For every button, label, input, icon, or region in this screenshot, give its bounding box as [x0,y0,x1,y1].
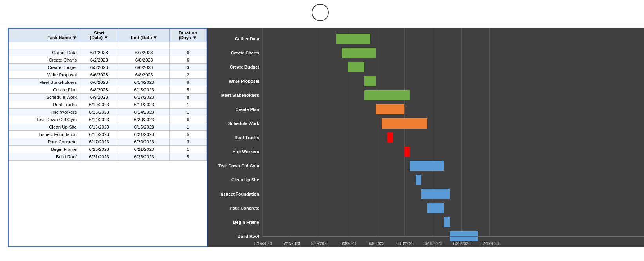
task-end: 6/11/2023 [119,101,169,109]
gantt-bar [376,104,404,114]
chart-row-label: Write Proposal [207,74,262,88]
table-row: Pour Concrete 6/17/2023 6/20/2023 3 [9,138,207,146]
table-row: Create Budget 6/3/2023 6/6/2023 3 [9,64,207,71]
task-name: Clean Up Site [9,123,79,131]
task-duration: 1 [169,146,206,153]
task-name: Begin Frame [9,146,79,153]
xaxis-date-label: 6/8/2023 [365,241,388,246]
gantt-bar [342,48,376,58]
chart-labels: Gather DataCreate ChartsCreate BudgetWri… [207,28,262,247]
gantt-bar [336,34,370,44]
xaxis-date-label: 6/23/2023 [450,241,474,246]
task-name: Tear Down Old Gym [9,116,79,123]
chart-row-label: Meet Stakeholders [207,88,262,102]
table-row: Meet Stakeholders 6/6/2023 6/14/2023 8 [9,79,207,86]
gantt-bar [444,217,450,227]
task-start: 6/14/2023 [79,116,119,123]
task-end: 6/26/2023 [119,153,169,161]
table-row: Create Plan 6/8/2023 6/13/2023 5 [9,86,207,94]
chart-row-label: Begin Frame [207,215,262,229]
gantt-bar [427,203,444,213]
task-name: Schedule Work [9,94,79,101]
col-task: Task Name ▼ [9,29,79,42]
chart-row-label: Tear Down Old Gym [207,159,262,173]
task-name: Create Budget [9,64,79,71]
header [0,0,644,24]
table-row: Tear Down Old Gym 6/14/2023 6/20/2023 6 [9,116,207,123]
task-end: 6/21/2023 [119,146,169,153]
table-row: Write Proposal 6/6/2023 6/8/2023 2 [9,71,207,79]
task-name: Gather Data [9,49,79,56]
task-duration: 8 [169,94,206,101]
table-row: Inspect Foundation 6/16/2023 6/21/2023 5 [9,131,207,138]
col-end: End (Date ▼ [119,29,169,42]
task-start: 6/3/2023 [79,64,119,71]
task-end: 6/13/2023 [119,86,169,94]
task-end: 6/17/2023 [119,94,169,101]
task-name: Meet Stakeholders [9,79,79,86]
xaxis-date-label: 6/18/2023 [422,241,445,246]
task-duration: 1 [169,101,206,109]
chart-row-label: Gather Data [207,32,262,46]
table-row: Schedule Work 6/9/2023 6/17/2023 8 [9,94,207,101]
task-name: Write Proposal [9,71,79,79]
task-end: 6/8/2023 [119,56,169,64]
gantt-bar [382,118,427,128]
gantt-bar [404,147,410,156]
gantt-bar [410,161,444,170]
gantt-bar [387,132,393,142]
chart-row-label: Inspect Foundation [207,187,262,201]
table-row: Rent Trucks 6/10/2023 6/11/2023 1 [9,101,207,109]
task-duration: 2 [169,71,206,79]
task-duration: 6 [169,56,206,64]
table-row: Build Roof 6/21/2023 6/26/2023 5 [9,153,207,161]
task-end: 6/14/2023 [119,79,169,86]
task-start: 6/6/2023 [79,71,119,79]
task-start: 6/13/2023 [79,109,119,116]
task-duration: 3 [169,138,206,146]
task-name: Hire Workers [9,109,79,116]
task-duration: 5 [169,153,206,161]
task-name: Create Charts [9,56,79,64]
task-duration: 6 [169,49,206,56]
chart-row-label: Create Plan [207,102,262,116]
task-duration: 5 [169,131,206,138]
task-start: 6/9/2023 [79,94,119,101]
chart-row-label: Create Charts [207,46,262,60]
xaxis-date-label: 6/28/2023 [478,241,502,246]
table-row: Create Charts 6/2/2023 6/8/2023 6 [9,56,207,64]
task-start: 6/1/2023 [79,49,119,56]
gantt-bar [364,90,410,100]
task-end: 6/14/2023 [119,109,169,116]
task-duration: 1 [169,123,206,131]
x-axis: 5/19/20235/24/20235/29/20236/3/20236/8/2… [262,236,644,247]
xaxis-date-label: 5/29/2023 [308,241,332,246]
task-name: Rent Trucks [9,101,79,109]
pm-logo [312,4,329,21]
task-end: 6/20/2023 [119,138,169,146]
xaxis-date-label: 6/13/2023 [393,241,417,246]
chart-row-label: Clean Up Site [207,173,262,187]
col-start: Start(Date) ▼ [79,29,119,42]
xaxis-date-label: 6/3/2023 [337,241,360,246]
gantt-bar [348,62,365,72]
task-duration: 5 [169,86,206,94]
gantt-bar [416,175,422,185]
task-start: 6/16/2023 [79,131,119,138]
col-duration: Duration(Days ▼ [169,29,206,42]
chart-row-label: Pour Concrete [207,201,262,215]
task-start: 6/10/2023 [79,101,119,109]
task-name: Inspect Foundation [9,131,79,138]
main-content: Task Name ▼ Start(Date) ▼ End (Date ▼ Du… [0,24,644,247]
chart-row-label: Create Budget [207,60,262,74]
xaxis-date-label: 5/19/2023 [251,241,275,246]
task-start: 6/8/2023 [79,86,119,94]
task-start: 6/6/2023 [79,79,119,86]
gantt-bar [364,76,376,86]
table-row: Gather Data 6/1/2023 6/7/2023 6 [9,49,207,56]
task-name: Build Roof [9,153,79,161]
header-left [8,4,217,5]
task-name: Pour Concrete [9,138,79,146]
gantt-chart-area: Gather DataCreate ChartsCreate BudgetWri… [207,28,644,247]
task-start: 6/2/2023 [79,56,119,64]
